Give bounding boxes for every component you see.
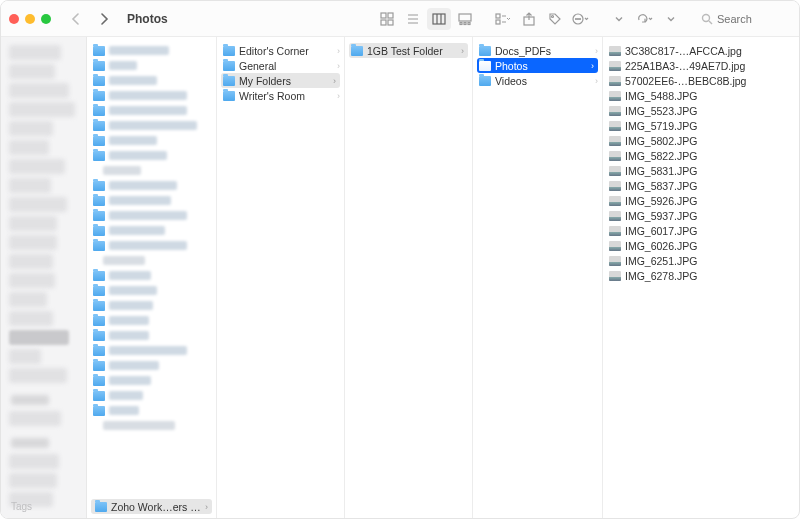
sidebar-item[interactable]: [9, 273, 55, 288]
folder-row[interactable]: Editor's Corner›: [217, 43, 344, 58]
file-row[interactable]: 3C38C817-…AFCCA.jpg: [603, 43, 799, 58]
file-label: IMG_5937.JPG: [625, 210, 697, 222]
sidebar-item[interactable]: [9, 140, 49, 155]
image-thumb-icon: [609, 91, 621, 101]
folder-row[interactable]: Videos›: [473, 73, 602, 88]
sidebar-item[interactable]: [9, 368, 67, 383]
file-label: 57002EE6-…BEBC8B.jpg: [625, 75, 746, 87]
svg-rect-3: [388, 20, 393, 25]
folder-icon: [223, 91, 235, 101]
sidebar-item[interactable]: [9, 159, 65, 174]
minimize-button[interactable]: [25, 14, 35, 24]
share-button[interactable]: [517, 8, 541, 30]
folder-label: Photos: [495, 60, 528, 72]
icon-view-button[interactable]: [375, 8, 399, 30]
image-thumb-icon: [609, 106, 621, 116]
window-body: Tags: [1, 37, 799, 518]
window-title: Photos: [127, 12, 168, 26]
chevron-right-icon: ›: [595, 76, 598, 86]
folder-row[interactable]: My Folders›: [221, 73, 340, 88]
back-button[interactable]: [65, 8, 87, 30]
dropdown-2[interactable]: [659, 8, 683, 30]
close-button[interactable]: [9, 14, 19, 24]
file-row[interactable]: 225A1BA3-…49AE7D.jpg: [603, 58, 799, 73]
sidebar-item[interactable]: [9, 121, 53, 136]
search-input[interactable]: [717, 13, 777, 25]
folder-icon: [223, 46, 235, 56]
file-row[interactable]: IMG_5837.JPG: [603, 178, 799, 193]
sidebar-item[interactable]: [9, 216, 57, 231]
file-label: IMG_5926.JPG: [625, 195, 697, 207]
file-label: IMG_6278.JPG: [625, 270, 697, 282]
sidebar-item[interactable]: [9, 311, 53, 326]
file-label: IMG_6017.JPG: [625, 225, 697, 237]
folder-row[interactable]: Writer's Room›: [217, 88, 344, 103]
search-icon: [701, 13, 713, 25]
folder-row[interactable]: 1GB Test Folder›: [349, 43, 468, 58]
svg-rect-12: [464, 22, 466, 24]
sidebar-item[interactable]: [9, 102, 75, 117]
path-chip[interactable]: Zoho Work…ers United) ›: [91, 499, 212, 514]
sidebar-item-selected[interactable]: [9, 330, 69, 345]
file-row[interactable]: IMG_5719.JPG: [603, 118, 799, 133]
file-row[interactable]: IMG_5802.JPG: [603, 133, 799, 148]
column-3: Docs_PDFs›Photos›Videos›: [473, 37, 603, 518]
group-menu-button[interactable]: [491, 8, 515, 30]
svg-point-22: [578, 18, 579, 19]
file-row[interactable]: IMG_5488.JPG: [603, 88, 799, 103]
file-row[interactable]: IMG_5822.JPG: [603, 148, 799, 163]
file-row[interactable]: IMG_6026.JPG: [603, 238, 799, 253]
folder-row[interactable]: General›: [217, 58, 344, 73]
sidebar-item[interactable]: [9, 178, 51, 193]
image-thumb-icon: [609, 121, 621, 131]
chevron-right-icon: ›: [337, 61, 340, 71]
forward-button[interactable]: [93, 8, 115, 30]
file-row[interactable]: IMG_5831.JPG: [603, 163, 799, 178]
sidebar-item[interactable]: [9, 411, 61, 426]
image-thumb-icon: [609, 211, 621, 221]
file-label: IMG_5488.JPG: [625, 90, 697, 102]
sidebar-item[interactable]: [9, 473, 57, 488]
file-row[interactable]: IMG_6017.JPG: [603, 223, 799, 238]
image-thumb-icon: [609, 271, 621, 281]
svg-point-23: [580, 18, 581, 19]
dropdown-1[interactable]: [607, 8, 631, 30]
gallery-view-button[interactable]: [453, 8, 477, 30]
sidebar-item[interactable]: [9, 349, 41, 364]
chevron-right-icon: ›: [461, 46, 464, 56]
action-menu-button[interactable]: [569, 8, 593, 30]
sidebar-item[interactable]: [9, 235, 57, 250]
file-row[interactable]: 57002EE6-…BEBC8B.jpg: [603, 73, 799, 88]
file-row[interactable]: IMG_5937.JPG: [603, 208, 799, 223]
sidebar-section-header: [11, 395, 49, 405]
file-row[interactable]: IMG_5523.JPG: [603, 103, 799, 118]
tags-button[interactable]: [543, 8, 567, 30]
sidebar-item[interactable]: [9, 254, 53, 269]
svg-rect-11: [460, 22, 462, 24]
file-row[interactable]: IMG_6251.JPG: [603, 253, 799, 268]
chevron-right-icon: ›: [595, 46, 598, 56]
sidebar-item[interactable]: [9, 197, 67, 212]
folder-row[interactable]: Docs_PDFs›: [473, 43, 602, 58]
folder-icon: [479, 76, 491, 86]
file-row[interactable]: IMG_6278.JPG: [603, 268, 799, 283]
sidebar-item[interactable]: [9, 454, 59, 469]
window-controls: [9, 14, 51, 24]
sidebar-item[interactable]: [9, 292, 47, 307]
folder-row[interactable]: Photos›: [477, 58, 598, 73]
fullscreen-button[interactable]: [41, 14, 51, 24]
svg-rect-7: [433, 14, 445, 24]
sidebar-item[interactable]: [9, 83, 69, 98]
list-view-button[interactable]: [401, 8, 425, 30]
file-row[interactable]: IMG_5926.JPG: [603, 193, 799, 208]
image-thumb-icon: [609, 241, 621, 251]
search-field[interactable]: [701, 13, 791, 25]
chevron-right-icon: ›: [591, 61, 594, 71]
svg-rect-13: [468, 22, 470, 24]
column-view-button[interactable]: [427, 8, 451, 30]
path-chip-label: Zoho Work…ers United): [111, 501, 201, 513]
sidebar: Tags: [1, 37, 87, 518]
sidebar-item[interactable]: [9, 64, 55, 79]
sidebar-item[interactable]: [9, 45, 61, 60]
sync-menu-button[interactable]: [633, 8, 657, 30]
